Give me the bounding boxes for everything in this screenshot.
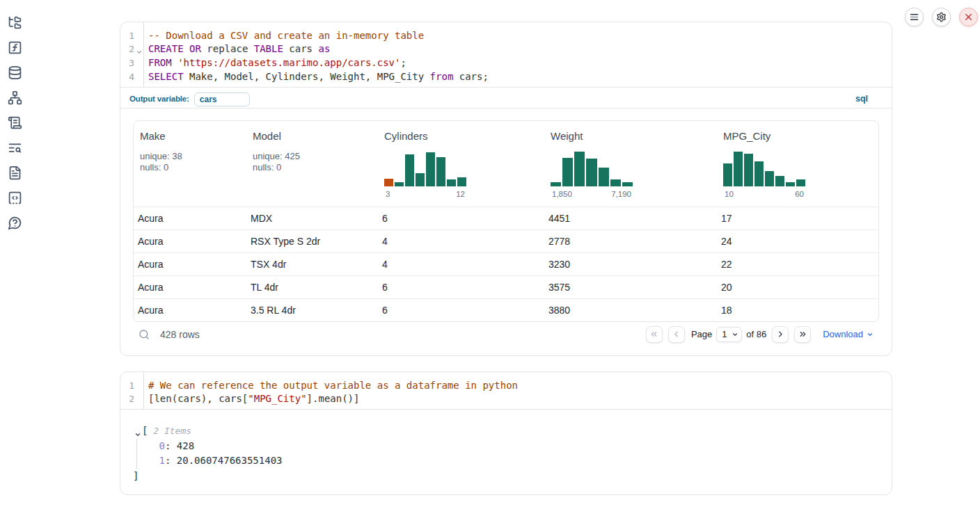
download-label: Download [823,329,863,339]
settings-button[interactable] [932,8,951,26]
first-page-button[interactable] [646,326,663,343]
editor-content[interactable]: -- Download a CSV and create an in-memor… [144,22,892,87]
page-select[interactable]: 1 [716,327,742,342]
histogram-bar[interactable] [447,179,456,186]
notebook-menu-button[interactable] [905,8,924,26]
tree-entry-key: 0 [159,439,165,454]
histogram-bar[interactable] [574,152,585,186]
editor-gutter: 1234 [120,22,144,87]
sidebar-item-help-circle[interactable] [7,215,22,230]
table-cell: 18 [717,305,877,316]
table-cell: 20 [717,282,877,293]
sql-code-editor[interactable]: 1234-- Download a CSV and create an in-m… [120,22,892,87]
column-header-cylinders[interactable]: Cylinders312 [378,121,544,207]
table-row[interactable]: AcuraTSX 4dr4323022 [134,252,878,275]
histogram-bar[interactable] [405,154,414,186]
column-stats: unique: 425nulls: 0 [253,151,378,174]
column-name[interactable]: Weight [551,130,717,142]
column-header-model[interactable]: Modelunique: 425nulls: 0 [246,121,378,207]
column-stats: unique: 38nulls: 0 [140,151,246,174]
line-number: 1 [120,29,143,43]
histogram-bar[interactable] [723,163,732,186]
histogram-bar[interactable] [426,152,435,186]
histogram-bar[interactable] [622,182,633,186]
histogram-bar[interactable] [586,159,596,186]
table-row[interactable]: Acura3.5 RL 4dr6388018 [134,298,878,321]
histogram-bars [551,152,633,186]
histogram-bar[interactable] [395,182,404,186]
language-badge[interactable]: sql [855,94,868,104]
chevrons-right-icon [798,330,807,339]
table-cell: 3230 [544,259,717,270]
histogram-bar[interactable] [610,179,621,186]
histogram-axis: 1,8507,190 [551,189,633,199]
sidebar-item-file-text[interactable] [7,165,22,180]
column-histogram[interactable]: 312 [384,152,544,199]
fold-chevron-down-icon[interactable] [136,46,143,53]
column-name[interactable]: Make [140,130,246,142]
histogram-bars [384,152,466,186]
last-page-button[interactable] [794,326,811,343]
histogram-bar[interactable] [796,179,805,186]
tree-children: 0: 4281: 20.060747663551403 [136,439,880,469]
tree-entry-value: : 20.060747663551403 [165,453,283,469]
page-label: Page [691,329,712,339]
tree-entry: 1: 20.060747663551403 [159,453,880,469]
chevron-down-icon [867,331,874,338]
histogram-bar[interactable] [551,182,561,186]
output-variable-input[interactable]: cars [194,92,250,106]
next-page-button[interactable] [772,326,789,343]
shutdown-button[interactable] [959,8,978,26]
sidebar-item-text-search[interactable] [7,140,22,155]
helper-sidebar [7,15,22,230]
chevrons-left-icon [649,330,658,339]
table-search-button[interactable] [139,329,150,340]
column-header-mpg_city[interactable]: MPG_City1060 [717,121,877,207]
sidebar-item-function-square[interactable] [7,40,22,55]
histogram-bar[interactable] [744,154,753,186]
column-header-make[interactable]: Makeunique: 38nulls: 0 [134,121,246,207]
histogram-bar[interactable] [786,182,795,186]
line-number: 1 [120,379,143,393]
download-button[interactable]: Download [823,329,874,339]
folder-tree-icon [8,15,22,30]
column-name[interactable]: Model [253,130,378,142]
histogram-bar[interactable] [734,152,743,186]
table-header-row: Makeunique: 38nulls: 0Modelunique: 425nu… [134,121,878,207]
histogram-bar[interactable] [416,173,425,186]
code-line: CREATE OR replace TABLE cars as [148,42,892,56]
database-icon [8,65,22,80]
column-histogram[interactable]: 1,8507,190 [551,152,717,199]
tree-entry: 0: 428 [159,439,880,454]
histogram-bar[interactable] [775,176,784,186]
notebook-cell-sql: 1234-- Download a CSV and create an in-m… [120,22,892,356]
previous-page-button[interactable] [668,326,685,343]
column-name[interactable]: MPG_City [723,130,877,142]
column-name[interactable]: Cylinders [384,130,544,142]
python-code-editor[interactable]: 12# We can reference the output variable… [120,372,892,410]
histogram-bar[interactable] [384,179,393,186]
data-table: Makeunique: 38nulls: 0Modelunique: 425nu… [133,120,879,322]
histogram-bar[interactable] [599,168,609,186]
sidebar-item-network[interactable] [7,90,22,105]
sidebar-item-database[interactable] [7,65,22,80]
editor-content[interactable]: # We can reference the output variable a… [144,372,892,409]
sidebar-item-scroll-text[interactable] [7,115,22,130]
sidebar-item-folder-tree[interactable] [7,15,22,30]
tree-collapse-chevron-down-icon[interactable] [134,428,141,435]
histogram-bar[interactable] [765,171,774,186]
histogram-bar[interactable] [562,158,573,186]
table-cell: 6 [378,305,544,316]
table-row[interactable]: AcuraTL 4dr6357520 [134,275,878,298]
axis-min-label: 10 [725,189,734,199]
table-cell: 24 [717,236,877,247]
histogram-bar[interactable] [754,161,764,186]
column-histogram[interactable]: 1060 [723,152,877,199]
histogram-bar[interactable] [457,177,466,186]
table-row[interactable]: AcuraRSX Type S 2dr4277824 [134,230,878,252]
histogram-bar[interactable] [436,157,445,186]
table-cell: Acura [134,282,246,293]
table-row[interactable]: AcuraMDX6445117 [134,207,878,230]
column-header-weight[interactable]: Weight1,8507,190 [544,121,717,207]
sidebar-item-code-square[interactable] [7,190,22,205]
